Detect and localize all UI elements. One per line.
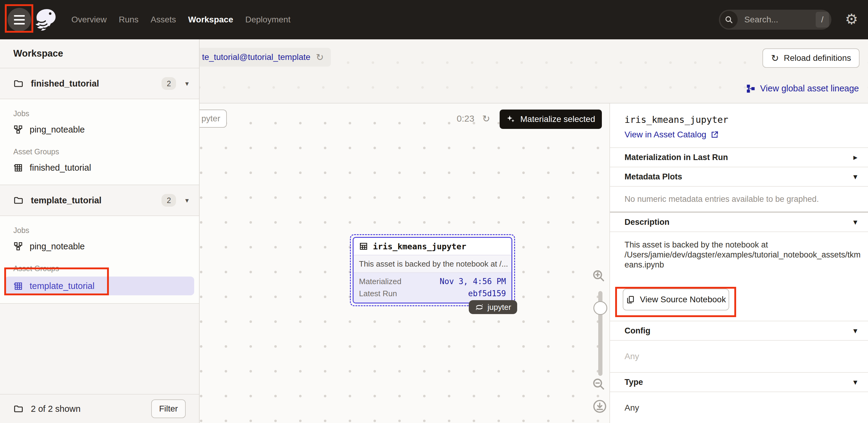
- metadata-empty-message: No numeric metadata entries available to…: [610, 187, 868, 212]
- download-image-icon[interactable]: [592, 399, 607, 414]
- sidebar-item-job-ping-noteable-2[interactable]: ping_noteable: [0, 237, 199, 255]
- count-badge: 2: [161, 194, 176, 207]
- nav-overview[interactable]: Overview: [71, 15, 107, 25]
- materialized-label: Materialized: [359, 277, 401, 286]
- reload-definitions-button[interactable]: ↻ Reload definitions: [763, 49, 860, 68]
- latest-run-value[interactable]: ebf5d159: [468, 289, 506, 298]
- view-source-label: View Source Notebook: [640, 295, 726, 304]
- refresh-icon[interactable]: ↻: [316, 53, 323, 62]
- latest-run-label: Latest Run: [359, 289, 397, 298]
- job-icon: [13, 125, 23, 134]
- workspace-sidebar: Workspace finished_tutorial 2 ▾ Jobs pin…: [0, 39, 199, 423]
- asset-group-icon: [13, 163, 23, 173]
- section-metadata-plots[interactable]: Metadata Plots ▾: [610, 167, 868, 186]
- chevron-right-icon: ▸: [854, 153, 857, 161]
- asset-group-name: template_tutorial: [30, 281, 94, 291]
- hamburger-menu-button[interactable]: [7, 8, 31, 31]
- group-name: template_tutorial: [31, 195, 161, 206]
- section-label: Description: [624, 217, 670, 227]
- tag-label: jupyter: [488, 303, 511, 312]
- view-source-notebook-button[interactable]: View Source Notebook: [623, 289, 729, 310]
- sidebar-title: Workspace: [0, 39, 199, 68]
- sidebar-item-asset-group-template-tutorial[interactable]: template_tutorial: [5, 277, 194, 295]
- main-header: te_tutorial@tutorial_template ↻ ↻ Reload…: [199, 39, 868, 103]
- sidebar-item-job-ping-noteable[interactable]: ping_noteable: [0, 120, 199, 139]
- gear-icon[interactable]: ⚙: [845, 10, 858, 28]
- view-in-asset-catalog-link[interactable]: View in Asset Catalog: [624, 130, 868, 140]
- sidebar-group-finished-tutorial[interactable]: finished_tutorial 2 ▾: [0, 68, 199, 99]
- chevron-down-icon: ▾: [854, 378, 857, 386]
- folder-icon: [13, 195, 24, 206]
- asset-graph-canvas[interactable]: pyter 0:23 ↻ Materialize selected: [199, 103, 610, 423]
- search-input[interactable]: Search... /: [719, 10, 831, 30]
- sidebar-item-asset-group-finished-tutorial[interactable]: finished_tutorial: [0, 158, 199, 177]
- folder-icon: [13, 404, 24, 414]
- filter-chip-clipped[interactable]: pyter: [199, 110, 227, 128]
- group-name: finished_tutorial: [31, 79, 161, 89]
- asset-groups-label: Asset Groups: [0, 145, 199, 158]
- reload-definitions-label: Reload definitions: [784, 53, 851, 63]
- node-title: iris_kmeans_jupyter: [373, 242, 466, 251]
- section-label: Config: [624, 326, 650, 336]
- chevron-down-icon[interactable]: ▾: [185, 80, 189, 88]
- asset-details-panel: iris_kmeans_jupyter View in Asset Catalo…: [610, 103, 868, 423]
- section-description[interactable]: Description ▾: [610, 213, 868, 232]
- group-contents-finished-tutorial: Jobs ping_noteable Asset Groups finished…: [0, 99, 199, 185]
- refresh-icon: ↻: [771, 54, 779, 63]
- description-path: /Users/jamie/dev/dagster/examples/tutori…: [624, 250, 865, 270]
- nav-workspace[interactable]: Workspace: [188, 15, 233, 25]
- search-placeholder: Search...: [744, 15, 816, 25]
- node-selection-outline: iris_kmeans_jupyter This asset is backed…: [350, 234, 515, 306]
- section-type[interactable]: Type ▾: [610, 373, 868, 392]
- asset-group-icon: [13, 281, 23, 291]
- asset-groups-label: Asset Groups: [0, 262, 199, 275]
- top-nav-bar: Overview Runs Assets Workspace Deploymen…: [0, 0, 868, 39]
- section-config[interactable]: Config ▾: [610, 321, 868, 340]
- external-link-icon: [710, 130, 719, 139]
- filter-button[interactable]: Filter: [151, 399, 186, 418]
- filter-chip-label: pyter: [202, 114, 220, 123]
- description-text: This asset is backed by the notebook at …: [610, 232, 868, 270]
- chevron-down-icon[interactable]: ▾: [185, 197, 189, 205]
- graph-timer: 0:23 ↻: [457, 110, 490, 128]
- count-badge: 2: [161, 77, 176, 90]
- section-label: Metadata Plots: [624, 172, 682, 182]
- nav-deployment[interactable]: Deployment: [245, 15, 290, 25]
- dagster-logo-icon: [33, 7, 59, 33]
- job-name: ping_noteable: [30, 241, 85, 251]
- sidebar-group-template-tutorial[interactable]: template_tutorial 2 ▾: [0, 185, 199, 216]
- node-description: This asset is backed by the notebook at …: [353, 255, 512, 273]
- shown-count: 2 of 2 shown: [31, 404, 151, 414]
- materialized-value[interactable]: Nov 3, 4:56 PM: [440, 277, 506, 286]
- chevron-down-icon: ▾: [854, 218, 857, 226]
- search-shortcut-key: /: [816, 12, 829, 28]
- zoom-in-icon[interactable]: [592, 269, 606, 283]
- view-global-asset-lineage-link[interactable]: View global asset lineage: [746, 84, 859, 93]
- materialize-selected-button[interactable]: Materialize selected: [500, 110, 602, 129]
- main-area: te_tutorial@tutorial_template ↻ ↻ Reload…: [199, 39, 868, 423]
- nav-runs[interactable]: Runs: [119, 15, 138, 25]
- catalog-link-label: View in Asset Catalog: [624, 130, 706, 140]
- job-icon: [13, 241, 23, 251]
- compute-kind-tag-jupyter[interactable]: jupyter: [469, 300, 517, 314]
- zoom-slider-thumb[interactable]: [593, 301, 607, 315]
- job-name: ping_noteable: [30, 125, 85, 134]
- lineage-icon: [746, 84, 755, 93]
- repo-location-tag[interactable]: te_tutorial@tutorial_template ↻: [199, 48, 331, 66]
- repo-tag-label: te_tutorial@tutorial_template: [202, 52, 310, 62]
- chevron-down-icon: ▾: [854, 327, 857, 335]
- zoom-out-icon[interactable]: [592, 377, 606, 392]
- refresh-icon[interactable]: ↻: [482, 114, 490, 123]
- type-value: Any: [610, 392, 868, 423]
- panel-asset-title: iris_kmeans_jupyter: [624, 114, 868, 125]
- table-icon: [359, 242, 368, 251]
- folder-icon: [13, 79, 24, 89]
- chevron-down-icon: ▾: [854, 173, 857, 181]
- jupyter-icon: [475, 303, 484, 312]
- group-contents-template-tutorial: Jobs ping_noteable Asset Groups template…: [0, 216, 199, 304]
- materialize-label: Materialize selected: [520, 114, 595, 124]
- section-label: Type: [624, 377, 643, 387]
- asset-node-iris-kmeans-jupyter[interactable]: iris_kmeans_jupyter This asset is backed…: [350, 234, 515, 306]
- section-materialization-last-run[interactable]: Materialization in Last Run ▸: [610, 148, 868, 167]
- nav-assets[interactable]: Assets: [151, 15, 176, 25]
